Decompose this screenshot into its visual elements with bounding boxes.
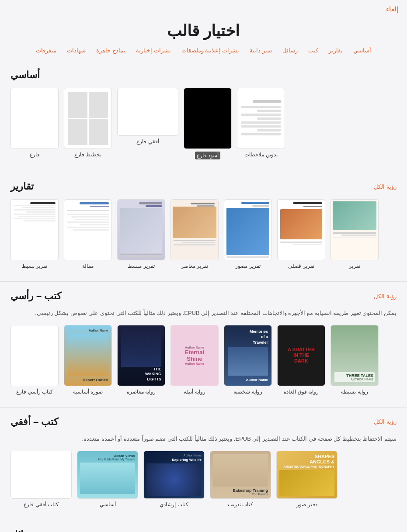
template-label-blank: فارغ	[30, 152, 40, 158]
tab-books[interactable]: كتب	[308, 47, 318, 54]
books-head-header: رؤية الكل كتب – رأسي	[10, 290, 397, 302]
reports-templates-row: تقرير بسيط	[10, 199, 397, 273]
template-hbook-wildlife[interactable]: Author Name Exploring Wildlife كتاب إرشا…	[143, 451, 205, 508]
template-thumb-hbook-shapes: SHAPES& ANGLES ARCHITECTURAL PHOTOGRAPHY	[276, 451, 337, 499]
template-book-desert[interactable]: Author Name Desert Dunes صورة أساسية	[64, 325, 112, 395]
template-thumb-black	[184, 88, 232, 149]
template-hbook-bakeshop[interactable]: Bakeshop Training The Basics كتاب تدريب	[210, 451, 271, 508]
template-label-hbook-bakeshop: كتاب تدريب	[228, 501, 253, 508]
template-book-memories[interactable]: Memories of a Traveler Author Name رواية…	[224, 325, 272, 395]
top-bar: إلغاء	[0, 0, 407, 18]
reports-see-all[interactable]: رؤية الكل	[374, 183, 397, 190]
books-horiz-desc: سيتم الاحتفاظ بتخطيط كل صفحة في الكتاب ع…	[10, 435, 397, 444]
reports-section-header: رؤية الكل تقارير	[10, 181, 397, 192]
books-head-see-all[interactable]: رؤية الكل	[374, 293, 397, 300]
template-book-waking[interactable]: THE WAKING LIGHTS رواية معاصرة	[117, 325, 165, 395]
books-horiz-see-all[interactable]: رؤية الكل	[374, 418, 397, 425]
letters-section-header: رسائل	[10, 529, 397, 532]
template-label-landscape: أفقي فارغ	[136, 138, 159, 145]
books-horiz-header: رؤية الكل كتب – أفقي	[10, 416, 397, 428]
template-book-shatter[interactable]: A SHATTER IN THE DARK رواية فوق العادة	[277, 325, 325, 395]
template-partial[interactable]: تقرير	[330, 199, 379, 269]
template-label-book-desert: صورة أساسية	[73, 389, 103, 395]
template-label-book-memories: رواية شخصية	[233, 389, 262, 395]
template-label-partial: تقرير	[349, 263, 360, 269]
basic-section-title: أساسي	[10, 69, 40, 81]
books-head-templates-row: كتاب رأسي فارغ Author Name Desert Dunes …	[10, 325, 397, 398]
template-thumb-hbook-bakeshop: Bakeshop Training The Basics	[210, 451, 271, 499]
template-book-three[interactable]: THREE TALES AUTHOR NAME رواية بسيطة	[330, 325, 379, 395]
template-label-photo-report: تقرير مصور	[235, 263, 260, 269]
template-photo-report[interactable]: تقرير مصور	[224, 199, 272, 269]
template-hbook-ocean[interactable]: Ocean Views Highlights From My Travels أ…	[77, 451, 138, 508]
tab-misc[interactable]: متفرقات	[36, 47, 56, 54]
nav-tabs: أساسي تقارير كتب رسائل سير ذاتية نشرات إ…	[0, 47, 407, 62]
books-head-title: كتب – رأسي	[10, 290, 61, 302]
template-thumb-simple-report	[10, 199, 59, 260]
template-thumb-book-eternal: Author Name Eternal Shine Author Name	[170, 325, 219, 386]
template-thumb-book-shatter: A SHATTER IN THE DARK	[277, 325, 325, 386]
template-thumb-grid	[64, 88, 112, 149]
books-horiz-title: كتب – أفقي	[10, 416, 58, 428]
template-essay[interactable]: مقالة	[64, 199, 112, 269]
basic-section-header: أساسي	[10, 69, 397, 81]
template-label-geo: تقرير فصلي	[288, 263, 314, 269]
books-horiz-section: رؤية الكل كتب – أفقي سيتم الاحتفاظ بتخطي…	[0, 409, 407, 518]
template-organic[interactable]: تقرير مبسط	[117, 199, 165, 269]
template-label-book-waking: رواية معاصرة	[127, 389, 156, 395]
template-thumb-landscape	[117, 88, 178, 136]
template-label-simple-report: تقرير بسيط	[22, 263, 47, 269]
template-label-hbook-shapes: دفتر صور	[296, 501, 317, 508]
books-head-section: رؤية الكل كتب – رأسي يمكن المحتوى تغيير …	[0, 283, 407, 405]
template-thumb-hbook-ocean: Ocean Views Highlights From My Travels	[77, 451, 138, 499]
template-thumb-decorating	[170, 199, 219, 260]
tab-reports[interactable]: تقارير	[329, 47, 343, 54]
template-label-hbook-empty: كتاب أفقي فارغ	[24, 501, 59, 508]
tab-newsletters[interactable]: نشرات إخبارية	[136, 47, 171, 54]
template-label-black: أسود فارغ	[195, 152, 220, 159]
tab-cv[interactable]: سير ذاتية	[250, 47, 272, 54]
template-thumb-hbook-wildlife: Author Name Exploring Wildlife	[143, 451, 205, 499]
tab-ready[interactable]: نماذج جاهزة	[96, 47, 125, 54]
template-label-book-eternal: رواية أنيقة	[184, 389, 205, 395]
template-hbook-shapes[interactable]: SHAPES& ANGLES ARCHITECTURAL PHOTOGRAPHY…	[276, 451, 337, 508]
template-thumb-notes	[237, 88, 285, 149]
template-simple-report[interactable]: تقرير بسيط	[10, 199, 59, 269]
template-thumb-partial	[330, 199, 379, 260]
basic-templates-row: فارغ تخطيط فارغ أفقي فارغ	[10, 88, 397, 163]
template-notes[interactable]: تدوين ملاحظات	[237, 88, 285, 159]
template-blank[interactable]: فارغ	[10, 88, 59, 159]
template-grid[interactable]: تخطيط فارغ	[64, 88, 112, 159]
tab-letters[interactable]: رسائل	[282, 47, 298, 54]
template-hbook-empty[interactable]: كتاب أفقي فارغ	[10, 451, 72, 508]
template-label-book-empty: كتاب رأسي فارغ	[16, 389, 53, 395]
template-decorating[interactable]: تقرير معاصر	[170, 199, 219, 269]
template-geo[interactable]: تقرير فصلي	[277, 199, 325, 269]
template-thumb-photo-report	[224, 199, 272, 260]
template-landscape[interactable]: أفقي فارغ	[117, 88, 178, 159]
template-label-organic: تقرير مبسط	[128, 263, 154, 269]
template-black[interactable]: أسود فارغ	[184, 88, 232, 159]
letters-section: رسائل رسالة 1	[0, 522, 407, 532]
template-thumb-geo	[277, 199, 325, 260]
page-title: اختيار قالب	[0, 18, 407, 47]
template-thumb-hbook-empty	[10, 451, 72, 499]
template-label-grid: تخطيط فارغ	[74, 152, 101, 158]
template-thumb-book-empty	[10, 325, 59, 386]
template-thumb-essay	[64, 199, 112, 260]
tab-certs[interactable]: شهادات	[67, 47, 86, 54]
template-thumb-book-waking: THE WAKING LIGHTS	[117, 325, 165, 386]
basic-section: أساسي فارغ تخطيط فارغ	[0, 62, 407, 170]
cancel-button[interactable]: إلغاء	[386, 5, 398, 13]
template-book-empty[interactable]: كتاب رأسي فارغ	[10, 325, 59, 395]
template-thumb-organic	[117, 199, 165, 260]
template-book-eternal[interactable]: Author Name Eternal Shine Author Name رو…	[170, 325, 219, 395]
template-thumb-book-three: THREE TALES AUTHOR NAME	[330, 325, 379, 386]
tab-ads[interactable]: نشرات إعلانية وملصقات	[181, 47, 239, 54]
template-label-hbook-wildlife: كتاب إرشادي	[160, 501, 188, 508]
tab-basic[interactable]: أساسي	[353, 47, 371, 54]
letters-section-title: رسائل	[10, 529, 36, 532]
template-label-notes: تدوين ملاحظات	[244, 152, 277, 158]
template-thumb-book-memories: Memories of a Traveler Author Name	[224, 325, 272, 386]
reports-section: رؤية الكل تقارير	[0, 174, 407, 280]
